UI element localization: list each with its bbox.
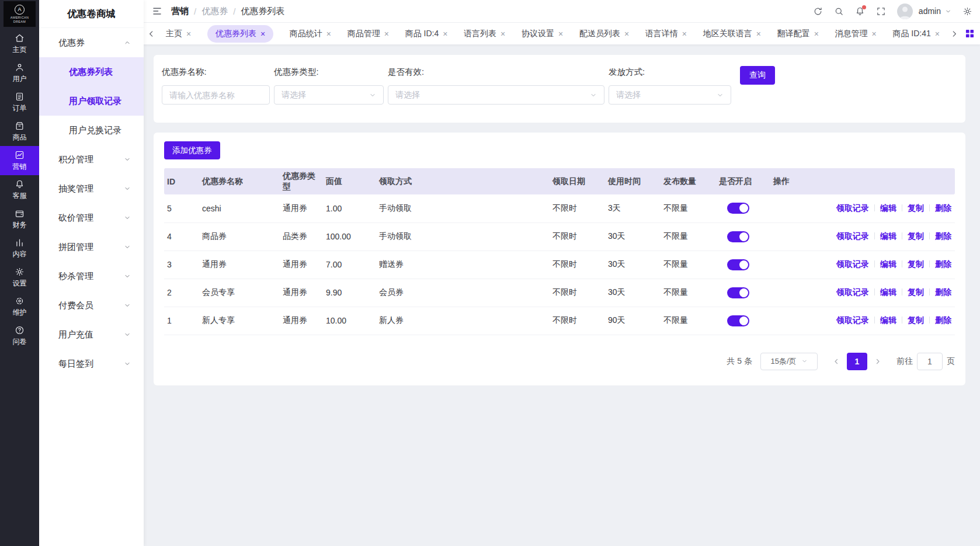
claim-records-link[interactable]: 领取记录: [836, 315, 869, 325]
menu-group-coupon[interactable]: 优惠券: [39, 28, 144, 57]
rail-item-survey[interactable]: 问卷: [0, 321, 39, 350]
copy-link[interactable]: 复制: [908, 315, 924, 325]
coupon-name-input[interactable]: [162, 85, 270, 105]
tab-product-manage[interactable]: 商品管理×: [347, 29, 389, 39]
tab-region-language[interactable]: 地区关联语言×: [703, 29, 761, 39]
prev-page-button[interactable]: [828, 353, 845, 370]
menu-group-lottery[interactable]: 抽奖管理: [39, 174, 144, 203]
delete-link[interactable]: 删除: [935, 259, 951, 269]
method-select[interactable]: 请选择: [609, 85, 731, 105]
notifications-button[interactable]: [855, 6, 865, 16]
menu-group-bargain[interactable]: 砍价管理: [39, 203, 144, 232]
claim-records-link[interactable]: 领取记录: [836, 259, 869, 269]
valid-select[interactable]: 请选择: [388, 85, 604, 105]
add-coupon-button[interactable]: 添加优惠券: [164, 141, 220, 159]
edit-link[interactable]: 编辑: [880, 231, 896, 241]
table-row: 1 新人专享 通用券 10.00 新人券 不限时 90天 不限量 领取记录编辑复…: [164, 307, 955, 335]
menu-group-recharge[interactable]: 用户充值: [39, 320, 144, 349]
delete-link[interactable]: 删除: [935, 231, 951, 241]
enable-toggle[interactable]: [727, 287, 749, 298]
tab-language-list[interactable]: 语言列表×: [464, 29, 505, 39]
tabs-scroll-right[interactable]: [950, 30, 958, 38]
menu-item-coupon-list[interactable]: 优惠券列表: [39, 57, 144, 86]
search-button[interactable]: 查询: [740, 66, 775, 85]
rail-item-marketing[interactable]: 营销: [0, 146, 39, 175]
close-icon[interactable]: ×: [501, 30, 505, 38]
avatar[interactable]: [897, 4, 913, 19]
breadcrumb-coupon[interactable]: 优惠券: [201, 6, 228, 17]
rail-item-finance[interactable]: 财务: [0, 204, 39, 234]
gear-icon[interactable]: [962, 6, 972, 16]
rail-item-home[interactable]: 主页: [0, 29, 39, 58]
tab-coupon-list[interactable]: 优惠券列表×: [207, 25, 273, 43]
menu-group-groupbuy[interactable]: 拼团管理: [39, 232, 144, 262]
close-icon[interactable]: ×: [384, 30, 389, 38]
coupon-type-select[interactable]: 请选择: [274, 85, 384, 105]
rail-item-orders[interactable]: 订单: [0, 88, 39, 117]
edit-link[interactable]: 编辑: [880, 203, 896, 213]
claim-records-link[interactable]: 领取记录: [836, 231, 869, 241]
rail-item-content[interactable]: 内容: [0, 234, 39, 263]
close-icon[interactable]: ×: [326, 30, 331, 38]
tab-home[interactable]: 主页×: [166, 29, 191, 39]
enable-toggle[interactable]: [727, 203, 749, 214]
tab-courier-list[interactable]: 配送员列表×: [579, 29, 629, 39]
copy-link[interactable]: 复制: [908, 231, 924, 241]
tab-protocol-settings[interactable]: 协议设置×: [522, 29, 563, 39]
tab-product-stats[interactable]: 商品统计×: [290, 29, 331, 39]
close-icon[interactable]: ×: [935, 30, 940, 38]
fullscreen-icon[interactable]: [876, 6, 886, 16]
tab-language-detail[interactable]: 语言详情×: [645, 29, 687, 39]
rail-item-support[interactable]: 客服: [0, 175, 39, 204]
delete-link[interactable]: 删除: [935, 203, 951, 213]
current-page-button[interactable]: 1: [847, 353, 867, 370]
rail-item-users[interactable]: 用户: [0, 58, 39, 88]
copy-link[interactable]: 复制: [908, 287, 924, 297]
page-size-select[interactable]: 15条/页: [760, 353, 818, 370]
close-icon[interactable]: ×: [814, 30, 819, 38]
rail-item-maintenance[interactable]: 维护: [0, 292, 39, 321]
delete-link[interactable]: 删除: [935, 287, 951, 297]
close-icon[interactable]: ×: [872, 30, 877, 38]
menu-group-paid-member[interactable]: 付费会员: [39, 291, 144, 320]
tabs-scroll-left[interactable]: [147, 30, 155, 38]
close-icon[interactable]: ×: [682, 30, 687, 38]
breadcrumb-marketing[interactable]: 营销: [171, 6, 189, 17]
tab-overview-icon[interactable]: [965, 29, 974, 38]
close-icon[interactable]: ×: [558, 30, 563, 38]
close-icon[interactable]: ×: [756, 30, 761, 38]
menu-group-flashsale[interactable]: 秒杀管理: [39, 262, 144, 291]
chevron-down-icon[interactable]: [945, 8, 951, 15]
edit-link[interactable]: 编辑: [880, 315, 896, 325]
edit-link[interactable]: 编辑: [880, 259, 896, 269]
delete-link[interactable]: 删除: [935, 315, 951, 325]
refresh-icon[interactable]: [813, 6, 823, 16]
menu-item-claim-records[interactable]: 用户领取记录: [39, 86, 144, 116]
tab-message-manage[interactable]: 消息管理×: [835, 29, 877, 39]
tab-translation-config[interactable]: 翻译配置×: [777, 29, 819, 39]
menu-item-redeem-records[interactable]: 用户兑换记录: [39, 116, 144, 145]
goto-page-input[interactable]: [917, 353, 943, 370]
rail-item-settings[interactable]: 设置: [0, 263, 39, 292]
copy-link[interactable]: 复制: [908, 259, 924, 269]
tab-product-id41[interactable]: 商品 ID:41×: [892, 29, 940, 39]
close-icon[interactable]: ×: [443, 30, 447, 38]
rail-item-goods[interactable]: 商品: [0, 117, 39, 146]
menu-collapse-icon[interactable]: [152, 6, 162, 16]
enable-toggle[interactable]: [727, 231, 749, 242]
menu-group-daily-checkin[interactable]: 每日签到: [39, 349, 144, 378]
menu-group-points[interactable]: 积分管理: [39, 145, 144, 174]
copy-link[interactable]: 复制: [908, 203, 924, 213]
tab-product-id4[interactable]: 商品 ID:4×: [405, 29, 448, 39]
search-icon[interactable]: [834, 6, 844, 16]
claim-records-link[interactable]: 领取记录: [836, 287, 869, 297]
enable-toggle[interactable]: [727, 315, 749, 326]
username[interactable]: admin: [919, 6, 941, 16]
next-page-button[interactable]: [870, 353, 886, 370]
edit-link[interactable]: 编辑: [880, 287, 896, 297]
close-icon[interactable]: ×: [624, 30, 629, 38]
claim-records-link[interactable]: 领取记录: [836, 203, 869, 213]
close-icon[interactable]: ×: [186, 30, 191, 38]
enable-toggle[interactable]: [727, 259, 749, 270]
close-icon[interactable]: ×: [260, 30, 265, 38]
